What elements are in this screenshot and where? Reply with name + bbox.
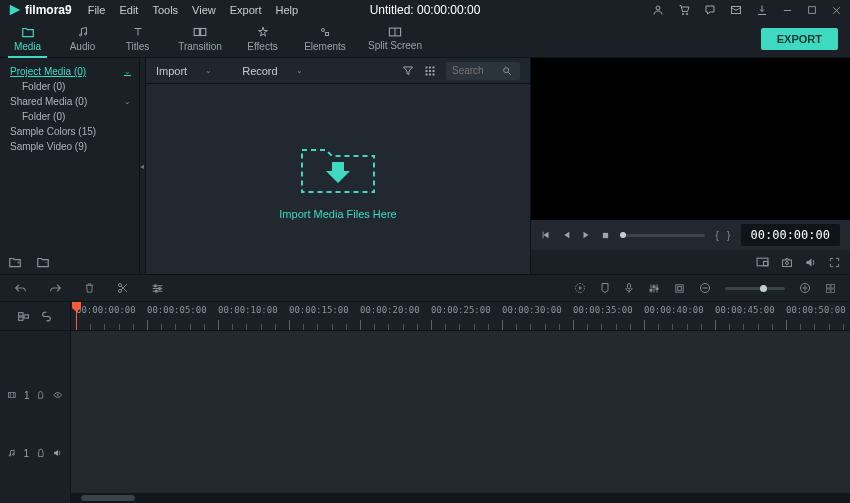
tree-shared-folder[interactable]: Folder (0) bbox=[0, 109, 139, 124]
lock-icon[interactable] bbox=[37, 448, 45, 458]
tab-transition[interactable]: Transition bbox=[165, 20, 235, 57]
tab-effects[interactable]: Effects bbox=[235, 20, 290, 57]
tab-media[interactable]: Media bbox=[0, 20, 55, 57]
svg-point-9 bbox=[84, 33, 86, 35]
fullscreen-icon[interactable] bbox=[829, 257, 840, 268]
menu-tools[interactable]: Tools bbox=[152, 4, 178, 16]
search-icon bbox=[502, 66, 512, 76]
timeline-ruler[interactable]: 00:00:00:0000:00:05:0000:00:10:0000:00:1… bbox=[71, 302, 850, 331]
zoom-out-icon[interactable] bbox=[699, 282, 711, 294]
menu-view[interactable]: View bbox=[192, 4, 216, 16]
timeline-tracks[interactable] bbox=[71, 331, 850, 493]
voiceover-icon[interactable] bbox=[624, 282, 634, 294]
stop-button[interactable] bbox=[601, 231, 610, 240]
tab-elements[interactable]: Elements bbox=[290, 20, 360, 57]
grid-view-icon[interactable] bbox=[424, 65, 436, 77]
track-manager-icon[interactable] bbox=[17, 311, 30, 322]
svg-rect-62 bbox=[19, 312, 23, 315]
delete-button[interactable] bbox=[84, 282, 95, 294]
track-number: 1 bbox=[24, 390, 30, 401]
user-icon[interactable] bbox=[652, 4, 664, 16]
zoom-slider[interactable] bbox=[725, 287, 785, 290]
ruler-timestamp: 00:00:50:00 bbox=[786, 305, 846, 315]
tab-split-screen[interactable]: Split Screen bbox=[360, 20, 430, 57]
svg-rect-33 bbox=[783, 260, 792, 267]
svg-rect-22 bbox=[429, 70, 431, 72]
tree-sample-colors[interactable]: Sample Colors (15) bbox=[0, 124, 139, 139]
prev-frame-button[interactable] bbox=[541, 230, 551, 240]
search-input[interactable] bbox=[446, 62, 520, 80]
menu-edit[interactable]: Edit bbox=[119, 4, 138, 16]
zoom-in-icon[interactable] bbox=[799, 282, 811, 294]
svg-rect-26 bbox=[433, 73, 435, 75]
svg-rect-52 bbox=[678, 286, 682, 290]
tab-audio[interactable]: Audio bbox=[55, 20, 110, 57]
new-folder-icon[interactable]: + bbox=[8, 256, 22, 268]
close-icon[interactable] bbox=[831, 5, 842, 16]
snapshot-icon[interactable] bbox=[781, 257, 793, 268]
tree-sample-video[interactable]: Sample Video (9) bbox=[0, 139, 139, 154]
cart-icon[interactable] bbox=[678, 4, 690, 16]
menu-export[interactable]: Export bbox=[230, 4, 262, 16]
import-drop-zone[interactable]: Import Media Files Here bbox=[146, 84, 530, 274]
quality-icon[interactable] bbox=[756, 257, 769, 268]
svg-rect-61 bbox=[831, 288, 835, 292]
svg-rect-50 bbox=[656, 288, 658, 290]
split-button[interactable] bbox=[117, 282, 129, 294]
redo-button[interactable] bbox=[49, 282, 62, 294]
svg-rect-5 bbox=[809, 7, 816, 14]
mark-in-button[interactable]: { bbox=[715, 229, 719, 241]
export-button[interactable]: EXPORT bbox=[761, 28, 838, 50]
record-dropdown[interactable]: Record⌄ bbox=[242, 65, 302, 77]
message-icon[interactable] bbox=[704, 4, 716, 16]
video-track-header[interactable]: 1 bbox=[0, 383, 70, 407]
menu-file[interactable]: File bbox=[88, 4, 106, 16]
svg-text:−: − bbox=[45, 259, 49, 265]
adjust-icon[interactable] bbox=[151, 282, 164, 294]
link-icon[interactable] bbox=[40, 310, 53, 322]
ruler-timestamp: 00:00:20:00 bbox=[360, 305, 420, 315]
play-button[interactable] bbox=[581, 230, 591, 240]
playhead[interactable] bbox=[76, 302, 77, 330]
preview-scrubber[interactable] bbox=[620, 234, 705, 237]
mixer-icon[interactable] bbox=[648, 283, 660, 294]
svg-rect-49 bbox=[653, 286, 655, 288]
tree-project-media[interactable]: Project Media (0)⌄ bbox=[0, 64, 139, 79]
svg-rect-32 bbox=[764, 261, 768, 265]
maximize-icon[interactable] bbox=[807, 5, 817, 15]
tree-shared-media[interactable]: Shared Media (0)⌄ bbox=[0, 94, 139, 109]
speaker-icon[interactable] bbox=[53, 448, 62, 458]
svg-rect-30 bbox=[603, 232, 608, 237]
undo-button[interactable] bbox=[14, 282, 27, 294]
crop-icon[interactable] bbox=[674, 283, 685, 294]
filter-icon[interactable] bbox=[402, 65, 414, 77]
download-icon[interactable] bbox=[756, 4, 768, 16]
ruler-timestamp: 00:00:35:00 bbox=[573, 305, 633, 315]
eye-icon[interactable] bbox=[53, 391, 62, 399]
svg-rect-11 bbox=[201, 28, 206, 35]
ruler-timestamp: 00:00:30:00 bbox=[502, 305, 562, 315]
mark-out-button[interactable]: } bbox=[727, 229, 731, 241]
tab-titles[interactable]: Titles bbox=[110, 20, 165, 57]
volume-icon[interactable] bbox=[805, 257, 817, 268]
svg-point-42 bbox=[155, 290, 157, 292]
timeline-scrollbar[interactable] bbox=[71, 493, 850, 503]
mail-icon[interactable] bbox=[730, 4, 742, 16]
delete-folder-icon[interactable]: − bbox=[36, 256, 50, 268]
zoom-fit-icon[interactable] bbox=[825, 283, 836, 294]
tab-label: Media bbox=[14, 41, 41, 52]
svg-rect-29 bbox=[543, 232, 544, 239]
lock-icon[interactable] bbox=[37, 390, 44, 400]
film-icon bbox=[8, 391, 16, 399]
render-preview-icon[interactable] bbox=[574, 282, 586, 294]
marker-icon[interactable] bbox=[600, 282, 610, 294]
svg-rect-10 bbox=[194, 28, 199, 35]
play-backward-button[interactable] bbox=[561, 230, 571, 240]
import-dropdown[interactable]: Import⌄ bbox=[156, 65, 212, 77]
audio-track-header[interactable]: 1 bbox=[0, 441, 70, 465]
tree-project-folder[interactable]: Folder (0) bbox=[0, 79, 139, 94]
minimize-icon[interactable] bbox=[782, 5, 793, 16]
menu-help[interactable]: Help bbox=[276, 4, 299, 16]
ruler-timestamp: 00:00:10:00 bbox=[218, 305, 278, 315]
svg-point-2 bbox=[686, 13, 688, 15]
